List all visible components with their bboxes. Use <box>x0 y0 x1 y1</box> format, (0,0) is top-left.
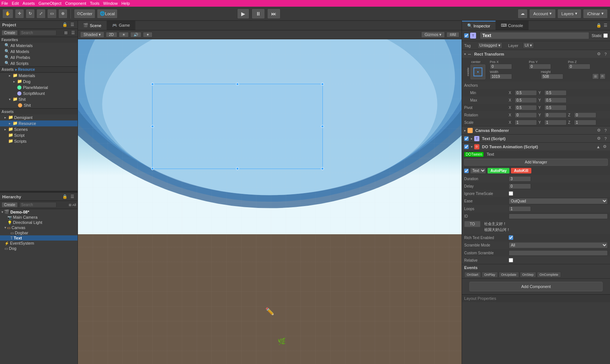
autoplay-btn[interactable]: AutoPlay <box>488 168 509 173</box>
onplay-btn[interactable]: OnPlay <box>482 272 498 278</box>
tree-dog[interactable]: ▸ 📁 Dog <box>0 79 78 85</box>
onupdate-btn[interactable]: OnUpdate <box>499 272 519 278</box>
tab-console[interactable]: ⌨ Console <box>496 21 528 30</box>
text-script-help-btn[interactable]: ? <box>603 136 608 141</box>
tree-scenes[interactable]: ▸ 📁 Scenes <box>0 126 78 132</box>
dotween-header[interactable]: ▾ D DO Tween Animation (Script) ▲ ⚙ <box>462 143 610 150</box>
project-create-btn[interactable]: Create <box>1 30 18 36</box>
menu-edit[interactable]: Edit <box>12 1 19 6</box>
rect-help-btn[interactable]: ? <box>603 52 608 57</box>
hierarchy-main-camera[interactable]: 📷 Main Camera <box>0 215 78 220</box>
tree-scriptmount[interactable]: ⬤ ScriptMount <box>0 90 78 96</box>
scale-z-input[interactable]: 1 <box>574 120 596 125</box>
dotween-type-select[interactable]: Text <box>470 168 486 174</box>
play-button[interactable]: ▶ <box>237 9 249 19</box>
scale-x-input[interactable]: 1 <box>515 120 537 125</box>
loops-input[interactable]: 1 <box>509 206 531 212</box>
tree-planematerial[interactable]: ⬤ PlaneMaterial <box>0 85 78 90</box>
tab-inspector[interactable]: 🔍 Inspector <box>462 21 496 30</box>
selection-rect[interactable] <box>152 84 323 169</box>
reset-btn[interactable]: R <box>600 73 606 79</box>
to-btn[interactable]: TO <box>464 221 481 227</box>
delay-input[interactable]: 0 <box>509 183 531 189</box>
pivot-y-input[interactable]: 0.5 <box>544 105 567 110</box>
scene-view[interactable]: ✏️ 🌿 <box>78 39 462 364</box>
canvas-help-btn[interactable]: ? <box>603 128 608 133</box>
go-active-checkbox[interactable] <box>464 33 469 38</box>
autokill-btn[interactable]: AutoKill <box>511 168 531 173</box>
layer-dropdown[interactable]: UI ▾ <box>523 42 534 49</box>
fav-all-prefabs[interactable]: 🔍 All Prefabs <box>0 54 78 60</box>
text-script-enable[interactable] <box>464 136 469 141</box>
project-view-toggle[interactable]: ☰ <box>70 30 76 36</box>
onstart-btn[interactable]: OnStart <box>464 272 481 278</box>
hierarchy-search-input[interactable] <box>19 202 56 208</box>
text-script-settings-btn[interactable]: ⚙ <box>596 136 602 141</box>
hierarchy-directional-light[interactable]: 💡 Directional Light <box>0 220 78 225</box>
hierarchy-lock-btn[interactable]: 🔒 <box>61 194 69 199</box>
fav-all-scripts[interactable]: 🔍 All Scripts <box>0 60 78 66</box>
hierarchy-scene-root[interactable]: ▾ 🎬 Demo-08* <box>0 209 78 215</box>
rect-transform-header[interactable]: ▾ ↔ Rect Transform ⚙ ? <box>462 50 610 58</box>
handle-bc[interactable] <box>236 167 239 170</box>
hierarchy-eventsystem[interactable]: ⚡ EventSystem <box>0 241 78 246</box>
ignore-timescale-check[interactable] <box>509 191 513 196</box>
inspector-lock-btn[interactable]: 🔒 <box>595 23 603 28</box>
tree-shit-asset[interactable]: ⬤ Shit <box>0 102 78 108</box>
blueprint-btn[interactable]: ⊞ <box>592 73 599 79</box>
menu-gameobject[interactable]: GameObject <box>39 1 62 6</box>
ease-select[interactable]: OutQuad <box>509 198 608 204</box>
project-search-input[interactable] <box>19 30 56 36</box>
dotween-enable[interactable] <box>464 145 469 149</box>
relative-check[interactable] <box>509 258 513 262</box>
height-input[interactable]: 508 <box>541 74 563 79</box>
collab-btn[interactable]: ☁ <box>518 9 528 19</box>
project-panel-header[interactable]: Project 🔒 ☰ <box>0 21 78 29</box>
tree-resource[interactable]: ▸ 📁 Resource <box>0 120 78 126</box>
hierarchy-text[interactable]: T Text <box>0 235 78 241</box>
menu-tools[interactable]: Tools <box>90 1 99 6</box>
hierarchy-dog[interactable]: ▭ Dog <box>0 246 78 251</box>
handle-ml[interactable] <box>151 125 154 128</box>
rot-z-input[interactable]: 0 <box>574 112 596 118</box>
handle-tc[interactable] <box>236 83 239 86</box>
pause-button[interactable]: ⏸ <box>252 9 265 19</box>
all-btn[interactable]: #All <box>446 32 459 37</box>
project-search-options[interactable]: ⊞ <box>63 30 69 36</box>
menu-file[interactable]: File <box>1 1 8 6</box>
custom-scramble-input[interactable] <box>509 250 608 256</box>
rot-x-input[interactable]: 0 <box>515 112 537 118</box>
go-name-input[interactable] <box>480 32 589 39</box>
oncomplete-btn[interactable]: OnComplete <box>537 272 561 278</box>
menu-component[interactable]: Component <box>65 1 86 6</box>
canvas-settings-btn[interactable]: ⚙ <box>596 128 602 133</box>
text-script-header[interactable]: ▸ T Text (Script) ⚙ ? <box>462 135 610 142</box>
fav-all-materials[interactable]: 🔍 All Materials <box>0 43 78 49</box>
static-checkbox[interactable] <box>603 33 608 38</box>
tool-transform[interactable]: ⊕ <box>58 9 68 19</box>
anchor-widget[interactable] <box>470 64 485 79</box>
handle-bl[interactable] <box>151 167 154 170</box>
hierarchy-dogbar[interactable]: ▭ Dogbar <box>0 230 78 235</box>
pivot-center-btn[interactable]: ⊙ Center <box>74 9 95 19</box>
audio-btn[interactable]: 🔊 <box>130 32 141 37</box>
account-dropdown[interactable]: Account ▾ <box>529 9 556 19</box>
scramble-mode-select[interactable]: All <box>509 242 608 248</box>
effects-btn[interactable]: ✦ <box>143 32 152 37</box>
hierarchy-menu-btn[interactable]: ☰ <box>69 194 75 199</box>
tool-move[interactable]: ✛ <box>15 9 24 19</box>
tree-shit-folder[interactable]: ▾ 📁 Shit <box>0 96 78 102</box>
lights-btn[interactable]: ☀ <box>119 32 129 37</box>
menu-assets[interactable]: Assets <box>23 1 35 6</box>
tool-rect[interactable]: ▭ <box>47 9 57 19</box>
tree-demigiant[interactable]: ▸ 📁 Demigiant <box>0 115 78 120</box>
scale-y-input[interactable]: 1 <box>544 120 567 125</box>
handle-tl[interactable] <box>151 83 154 86</box>
canvas-renderer-header[interactable]: ▸ Canvas Renderer ⚙ ? <box>462 126 610 134</box>
dotween-type-check[interactable] <box>464 169 469 173</box>
id-input[interactable] <box>509 214 608 219</box>
anchors-min-y[interactable]: 0.5 <box>544 90 567 96</box>
layers-dropdown[interactable]: Layers ▾ <box>557 9 581 19</box>
handle-mr[interactable] <box>321 125 324 128</box>
hierarchy-panel-header[interactable]: Hierarchy 🔒 ☰ <box>0 193 78 201</box>
